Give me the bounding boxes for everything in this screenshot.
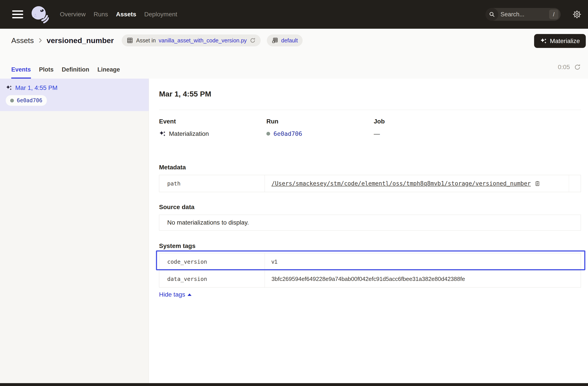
metadata-table: path /Users/smackesey/stm/code/elementl/… — [159, 175, 581, 192]
tag-key: code_version — [159, 253, 265, 270]
event-summary-grid: Event Materialization Run 6e0ad — [159, 118, 581, 137]
refresh-countdown: 0:05 — [558, 64, 570, 71]
run-id-link[interactable]: 6e0ad706 — [273, 130, 302, 137]
asset-tabs: Events Plots Definition Lineage — [11, 66, 120, 79]
copy-icon[interactable] — [534, 181, 541, 187]
gear-icon[interactable] — [572, 9, 582, 19]
job-value: — — [374, 130, 380, 137]
nav-item-runs[interactable]: Runs — [94, 11, 108, 18]
content-area: Mar 1, 4:55 PM 6e0ad706 Mar 1, 4:55 PM E… — [0, 79, 588, 383]
page-title: versioned_number — [47, 36, 114, 45]
metadata-key: path — [159, 175, 265, 192]
nav-item-assets[interactable]: Assets — [116, 11, 136, 18]
asset-definition-badge[interactable]: Asset in vanilla_asset_with_code_version… — [122, 34, 261, 46]
asset-table-icon — [126, 37, 133, 44]
system-tags-table: code_version v1 data_version 3bfc269594e… — [159, 253, 581, 287]
search-box[interactable]: / — [485, 8, 561, 21]
event-detail-title: Mar 1, 4:55 PM — [159, 90, 211, 98]
asset-file-link[interactable]: vanilla_asset_with_code_version.py — [159, 37, 247, 44]
materialize-label: Materialize — [550, 38, 580, 45]
tag-row-data-version: data_version 3bfc269594ef649228e9a74bab0… — [159, 270, 581, 287]
sparkle-icon — [6, 85, 12, 91]
source-data-heading: Source data — [159, 203, 194, 211]
divider — [159, 110, 581, 110]
system-tags-section: code_version v1 data_version 3bfc269594e… — [159, 253, 581, 287]
nav-item-deployment[interactable]: Deployment — [144, 11, 177, 18]
run-label: Run — [266, 118, 374, 125]
chevron-right-icon — [37, 37, 43, 44]
top-nav: Overview Runs Assets Deployment / — [0, 0, 588, 29]
tag-value: v1 — [272, 258, 277, 265]
dagster-app: Overview Runs Assets Deployment / Assets — [0, 0, 588, 386]
hide-tags-link[interactable]: Hide tags — [159, 291, 191, 298]
sparkle-icon — [159, 130, 166, 137]
primary-nav: Overview Runs Assets Deployment — [60, 11, 177, 18]
event-column: Event Materialization — [159, 118, 266, 137]
tab-lineage[interactable]: Lineage — [97, 66, 120, 79]
tab-events[interactable]: Events — [11, 66, 31, 79]
run-column: Run 6e0ad706 — [266, 118, 374, 137]
event-list-sidebar: Mar 1, 4:55 PM 6e0ad706 — [0, 79, 149, 383]
tab-definition[interactable]: Definition — [62, 66, 89, 79]
source-data-empty-message: No materializations to display. — [159, 215, 581, 231]
nav-item-overview[interactable]: Overview — [60, 11, 86, 18]
job-column: Job — — [374, 118, 581, 137]
triangle-up-icon — [188, 293, 191, 296]
job-label: Job — [374, 118, 581, 125]
page-header: Assets versioned_number Asset in vanilla… — [0, 29, 588, 79]
breadcrumb-assets-link[interactable]: Assets — [11, 36, 34, 45]
refresh-icon[interactable] — [574, 64, 581, 71]
event-detail-panel: Mar 1, 4:55 PM Event Materialization — [149, 79, 588, 383]
run-id-link[interactable]: 6e0ad706 — [17, 97, 42, 103]
tag-value: 3bfc269594ef649228e9a74bab00f042efc91d5a… — [272, 276, 465, 283]
breadcrumb: Assets versioned_number Asset in vanilla… — [11, 34, 303, 46]
bottom-bar — [0, 383, 588, 386]
materialize-button[interactable]: Materialize — [534, 34, 586, 48]
event-timestamp-link[interactable]: Mar 1, 4:55 PM — [15, 84, 57, 91]
reload-icon[interactable] — [250, 37, 256, 43]
metadata-row-path: path /Users/smackesey/stm/code/elementl/… — [159, 175, 581, 192]
workspace-grid-icon — [272, 37, 278, 44]
hamburger-menu-icon[interactable] — [12, 10, 23, 18]
dagster-logo[interactable] — [30, 5, 49, 24]
run-pill[interactable]: 6e0ad706 — [6, 95, 47, 106]
search-icon — [485, 8, 498, 21]
hide-tags-label: Hide tags — [159, 291, 185, 298]
event-type-value: Materialization — [169, 130, 209, 137]
search-shortcut-badge: / — [549, 9, 558, 19]
repo-default-badge[interactable]: default — [267, 34, 303, 46]
system-tags-heading: System tags — [159, 243, 195, 249]
metadata-heading: Metadata — [159, 164, 186, 171]
refresh-timer: 0:05 — [558, 64, 581, 71]
tag-key: data_version — [159, 270, 265, 287]
asset-badges: Asset in vanilla_asset_with_code_version… — [122, 34, 303, 46]
asset-badge-prefix: Asset in — [136, 37, 156, 44]
repo-badge-label: default — [281, 37, 298, 44]
event-list-item-selected[interactable]: Mar 1, 4:55 PM 6e0ad706 — [0, 79, 149, 111]
status-dot — [266, 132, 270, 136]
sparkle-icon — [540, 38, 547, 44]
tab-plots[interactable]: Plots — [39, 66, 54, 79]
metadata-path-link[interactable]: /Users/smackesey/stm/code/elementl/oss/t… — [272, 180, 531, 187]
status-dot — [10, 99, 14, 102]
event-label: Event — [159, 118, 266, 125]
search-input[interactable] — [498, 11, 549, 18]
tag-row-code-version: code_version v1 — [159, 253, 581, 270]
metadata-row-end-cell — [569, 175, 581, 192]
